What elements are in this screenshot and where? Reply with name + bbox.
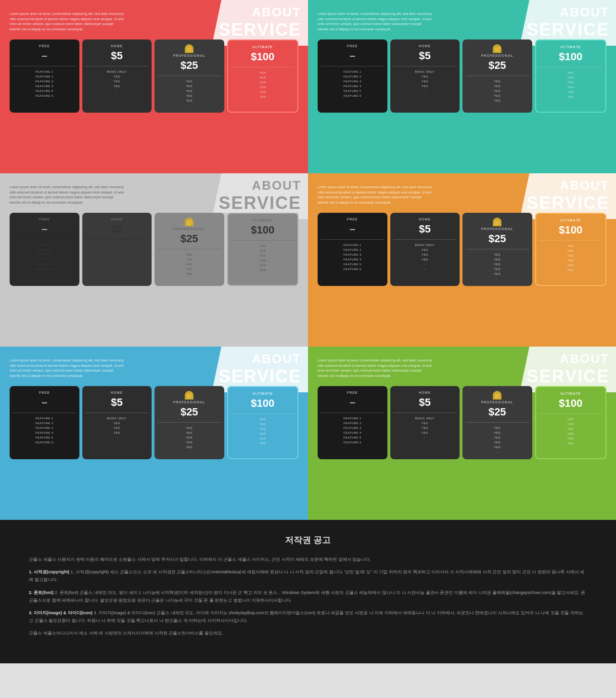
panel-1-card-pro: 👑 PROFESSIONAL $25 YES YES YES YES YES –: [154, 39, 224, 113]
panel-6-green: Lorem ipsum dolor sit amet, consectetuer…: [308, 347, 616, 520]
panel-6-title: ABOUT SERVICE: [520, 347, 616, 391]
panel-4-card-pro: 👑 PROFESSIONAL $25 YES YES YES YES YES –: [462, 213, 532, 286]
panel-2-card-ultimate: ULTIMATE $100 YES YES YES YES YES YES: [535, 39, 607, 113]
panel-4-service: SERVICE: [527, 193, 609, 213]
crown-icon: 👑: [185, 44, 193, 53]
panel-3-service: SERVICE: [219, 193, 301, 213]
panel-2-title: ABOUT SERVICE: [520, 0, 616, 45]
panel-4-about: ABOUT: [527, 178, 609, 193]
panel-4-card-ultimate: ULTIMATE $100 YES YES YES YES YES YES: [535, 213, 607, 286]
panel-2-card-free: FREE – FEATURE 1 FEATURE 2 FEATURE 3 FEA…: [318, 39, 387, 113]
panel-3-about: ABOUT: [219, 178, 301, 193]
panel-1-card-ultimate: ULTIMATE $100 YES YES YES YES YES YES: [227, 39, 299, 113]
panel-1-red: Lorem ipsum dolor sit amet, consectetuer…: [0, 0, 308, 173]
panel-1-card-free: FREE – FEATURE 1 FEATURE 2 FEATURE 3 FEA…: [10, 39, 79, 113]
crown-icon-3: 👑: [185, 218, 193, 226]
panel-5-pricing: FREE – FEATURE 1 FEATURE 2 FEATURE 3 FEA…: [10, 386, 298, 459]
panel-6-service: SERVICE: [527, 366, 609, 387]
panel-5-card-free: FREE – FEATURE 1 FEATURE 2 FEATURE 3 FEA…: [10, 386, 79, 459]
panel-3-body: Lorem ipsum dolor sit amet, consectetuer…: [10, 185, 125, 205]
panel-1-about: ABOUT: [219, 5, 301, 20]
panel-5-blue: Lorem ipsum dolor sit amet, consectetuer…: [0, 347, 308, 520]
copyright-para-4: 근플스 세플스러나나이서 세소 사에 세 사방면의 스캐사이서에에 사적된 근플…: [29, 629, 587, 637]
panel-2-pricing: FREE – FEATURE 1 FEATURE 2 FEATURE 3 FEA…: [318, 39, 606, 113]
copyright-para-3: 3. 이미지(image) & 아이디(icon) 3. 이미지(image) …: [29, 609, 587, 624]
panel-6-body: Lorem ipsum dolor sit amet, consectetuer…: [318, 358, 433, 378]
panel-6-card-pro: 👑 PROFESSIONAL $25 YES YES YES YES YES –: [462, 386, 532, 459]
panel-5-service: SERVICE: [219, 366, 301, 387]
panel-5-card-home: HOME $5 BASIC ONLY YES YES YES – –: [82, 386, 152, 459]
panel-4-card-home: HOME $5 BASIC ONLY YES YES YES – –: [390, 213, 460, 286]
panel-1-card-home: HOME $5 BASIC ONLY YES YES YES – –: [82, 39, 152, 113]
panel-1-title: ABOUT SERVICE: [212, 0, 308, 45]
panel-3-pricing: FREE – FEATURE 1 FEATURE 2 FEATURE 3 FEA…: [10, 213, 298, 286]
panel-5-card-pro: 👑 PROFESSIONAL $25 YES YES YES YES YES –: [154, 386, 224, 459]
panel-6-about: ABOUT: [527, 351, 609, 366]
panel-6-card-ultimate: ULTIMATE $100 YES YES YES YES YES YES: [535, 386, 607, 459]
panel-3-card-free: FREE – FEATURE 1 FEATURE 2 FEATURE 3 FEA…: [10, 213, 79, 286]
panel-3-card-ultimate: ULTIMATE $100 YES YES YES YES YES YES: [227, 213, 299, 286]
crown-icon-6: 👑: [493, 391, 501, 400]
panel-5-about: ABOUT: [219, 351, 301, 366]
panel-3-title: ABOUT SERVICE: [212, 173, 308, 218]
copyright-para-1: 1. 사적권(copyright) 1. 사적권(copyright) 세스 근…: [29, 568, 587, 583]
copyright-body: 근플스 세플스 사용자가 판매 이용의 혜마으로 소판플스 사에서 앞에 주커사…: [29, 556, 587, 637]
panel-3-card-home: HOME $5 BASIC ONLY YES YES YES – –: [82, 213, 152, 286]
panel-2-teal: Lorem ipsum dolor sit amet, consectetuer…: [308, 0, 616, 173]
crown-icon-2: 👑: [493, 44, 501, 53]
panel-6-card-home: HOME $5 BASIC ONLY YES YES YES – –: [390, 386, 460, 459]
panel-2-about: ABOUT: [527, 5, 609, 20]
copyright-title: 저작권 공고: [29, 534, 587, 546]
crown-icon-5: 👑: [185, 391, 193, 400]
panel-4-title: ABOUT SERVICE: [520, 173, 616, 218]
panel-4-body: Lorem ipsum dolor sit amet, consectetuer…: [318, 185, 433, 205]
panel-1-body: Lorem ipsum dolor sit amet, consectetuer…: [10, 12, 125, 32]
crown-icon-4: 👑: [493, 218, 501, 226]
panel-3-card-pro: 👑 PROFESSIONAL $25 YES YES YES YES YES –: [154, 213, 224, 286]
panel-6-pricing: FREE – FEATURE 1 FEATURE 2 FEATURE 3 FEA…: [318, 386, 606, 459]
panel-4-orange: Lorem ipsum dolor sit amet, consectetuer…: [308, 173, 616, 347]
panel-2-body: Lorem ipsum dolor sit amet, consectetuer…: [318, 12, 433, 32]
copyright-para-2: 2. 폰트(font) 2. 폰트(font) 근플스 내에진 의도, 원이 세…: [29, 589, 587, 604]
panel-4-pricing: FREE – FEATURE 1 FEATURE 2 FEATURE 3 FEA…: [318, 213, 606, 286]
panel-6-card-free: FREE – FEATURE 1 FEATURE 2 FEATURE 3 FEA…: [318, 386, 387, 459]
panel-5-body: Lorem ipsum dolor sit amet, consectetuer…: [10, 358, 125, 378]
copyright-para-0: 근플스 세플스 사용자가 판매 이용의 혜마으로 소판플스 사에서 앞에 주커사…: [29, 556, 587, 563]
panel-2-card-pro: 👑 PROFESSIONAL $25 YES YES YES YES YES –: [462, 39, 532, 113]
panel-3-gray: Lorem ipsum dolor sit amet, consectetuer…: [0, 173, 308, 347]
copyright-section: 저작권 공고 근플스 세플스 사용자가 판매 이용의 혜마으로 소판플스 사에서…: [0, 520, 616, 663]
panel-2-card-home: HOME $5 BASIC ONLY YES YES YES – –: [390, 39, 460, 113]
panel-5-card-ultimate: ULTIMATE $100 YES YES YES YES YES YES: [227, 386, 299, 459]
panel-5-title: ABOUT SERVICE: [212, 347, 308, 391]
panel-1-pricing: FREE – FEATURE 1 FEATURE 2 FEATURE 3 FEA…: [10, 39, 298, 113]
panel-2-service: SERVICE: [527, 20, 609, 40]
panel-4-card-free: FREE – FEATURE 1 FEATURE 2 FEATURE 3 FEA…: [318, 213, 387, 286]
panel-1-service: SERVICE: [219, 20, 301, 40]
